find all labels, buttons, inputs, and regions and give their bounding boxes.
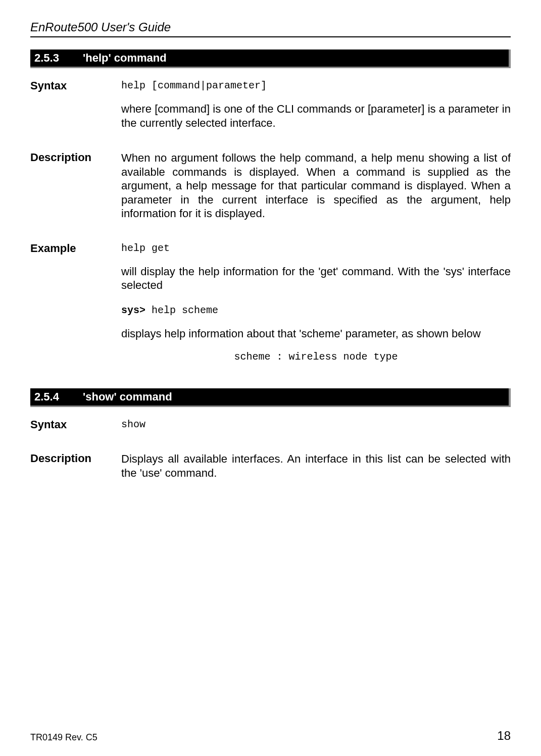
example-row: Example help get will display the help i… <box>30 242 511 378</box>
syntax-code: show <box>121 418 511 431</box>
row-content: help get will display the help informati… <box>121 242 511 378</box>
example-text-2: displays help information about that 'sc… <box>121 327 511 341</box>
footer-left: TR0149 Rev. C5 <box>30 732 97 743</box>
description-row: Description Displays all available inter… <box>30 452 511 490</box>
example-code: help get <box>121 242 511 255</box>
row-label: Syntax <box>30 418 121 441</box>
section-bar: 2.5.4 'show' command <box>30 388 511 407</box>
page-number: 18 <box>497 729 511 743</box>
section-number: 2.5.4 <box>34 390 83 404</box>
example-text: will display the help information for th… <box>121 265 511 292</box>
row-content: help [command|parameter] where [command]… <box>121 79 511 140</box>
section-number: 2.5.3 <box>34 52 83 65</box>
syntax-code: help [command|parameter] <box>121 79 511 92</box>
syntax-desc: where [command] is one of the CLI comman… <box>121 102 511 130</box>
page: EnRoute500 User's Guide 2.5.3 'help' com… <box>0 0 541 756</box>
example-output: scheme : wireless node type <box>121 350 511 363</box>
doc-title: EnRoute500 User's Guide <box>30 20 511 34</box>
description-row: Description When no argument follows the… <box>30 151 511 231</box>
description-text: When no argument follows the help comman… <box>121 151 511 221</box>
prompt-cmd: help scheme <box>145 305 218 316</box>
description-text: Displays all available interfaces. An in… <box>121 452 511 480</box>
row-content: When no argument follows the help comman… <box>121 151 511 231</box>
section-title: 'help' command <box>83 52 167 65</box>
section-title: 'show' command <box>83 390 172 404</box>
row-label: Description <box>30 452 121 490</box>
page-footer: TR0149 Rev. C5 18 <box>30 729 511 743</box>
section-bar: 2.5.3 'help' command <box>30 49 511 68</box>
row-content: Displays all available interfaces. An in… <box>121 452 511 490</box>
row-label: Example <box>30 242 121 378</box>
row-content: show <box>121 418 511 441</box>
syntax-row: Syntax help [command|parameter] where [c… <box>30 79 511 140</box>
syntax-row: Syntax show <box>30 418 511 441</box>
row-label: Syntax <box>30 79 121 140</box>
row-label: Description <box>30 151 121 231</box>
example-prompt-line: sys> help scheme <box>121 303 511 317</box>
prompt: sys> <box>121 305 145 316</box>
header-rule <box>30 36 511 37</box>
